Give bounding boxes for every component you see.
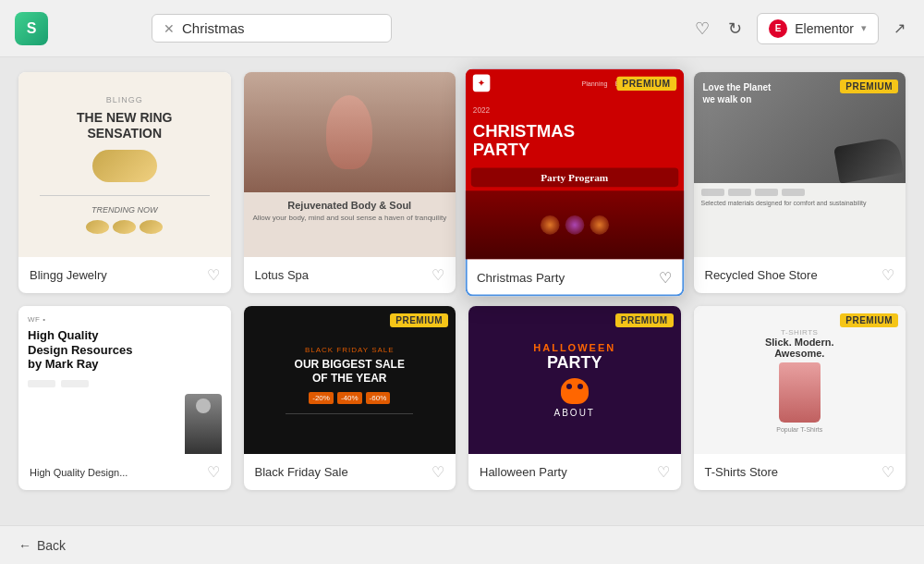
template-name: Christmas Party [477, 271, 565, 285]
premium-badge: PREMIUM [615, 313, 674, 327]
refresh-button[interactable]: ↻ [724, 15, 746, 43]
bf-sale-tags: -20% -40% -60% [309, 392, 390, 404]
favorite-template-button[interactable]: ♡ [432, 463, 444, 481]
favorite-template-button[interactable]: ♡ [881, 463, 894, 481]
favorite-template-button[interactable]: ♡ [657, 463, 670, 481]
template-card-christmas-party[interactable]: PREMIUM ✦ Planning Booking Marketing 202… [466, 68, 684, 296]
template-name: Recycled Shoe Store [705, 268, 818, 282]
elementor-label: Elementor [795, 21, 854, 36]
template-footer: Recycled Shoe Store ♡ [694, 257, 906, 293]
template-card-black-friday[interactable]: PREMIUM BLACK FRIDAY SALE OUR BIGGEST SA… [244, 306, 456, 490]
template-thumbnail: PREMIUM Halloween PARTY ABOUT [468, 306, 681, 454]
hw-pumpkin [561, 378, 589, 404]
template-name: Lotus Spa [255, 268, 310, 282]
template-footer: Black Friday Sale ♡ [244, 454, 456, 490]
search-bar: ✕ [152, 14, 392, 43]
brand-1 [701, 189, 724, 196]
jewelry-ring-image [92, 150, 157, 182]
template-thumbnail: PREMIUM T-SHIRTS Slick. Modern.Awesome. … [694, 306, 906, 454]
stat-1 [28, 380, 55, 387]
ring-3 [140, 220, 163, 234]
template-footer: Blingg Jewelry ♡ [18, 257, 231, 293]
heart-icon: ♡ [695, 18, 710, 39]
jewelry-preview: BLINGG THE NEW RINGSENSATION TRENDING NO… [18, 72, 231, 257]
back-button[interactable]: ← Back [18, 538, 66, 553]
template-footer: Christmas Party ♡ [466, 259, 684, 296]
refresh-icon: ↻ [728, 18, 742, 39]
shoe-brands [701, 189, 899, 196]
favorite-template-button[interactable]: ♡ [432, 266, 444, 284]
pumpkin-eye-2 [578, 384, 583, 389]
shoe-bottom: Selected materials designed for comfort … [694, 183, 906, 257]
favorite-template-button[interactable]: ♡ [207, 463, 220, 481]
crowd-lights [541, 215, 609, 235]
jewelry-divider [40, 195, 210, 196]
template-card-halloween[interactable]: PREMIUM Halloween PARTY ABOUT Halloween … [468, 306, 681, 490]
design-tag: wf • [28, 315, 222, 324]
ts-title: Slick. Modern.Awesome. [765, 337, 834, 359]
favorite-button[interactable]: ♡ [691, 15, 713, 43]
template-footer: Halloween Party ♡ [468, 454, 681, 490]
elementor-logo: E [769, 19, 787, 38]
spa-text: Rejuvenated Body & Soul Allow your body,… [244, 192, 456, 229]
design-person [185, 394, 222, 454]
template-thumbnail: Rejuvenated Body & Soul Allow your body,… [244, 72, 456, 257]
premium-badge: PREMIUM [616, 77, 676, 91]
brand-4 [782, 189, 805, 196]
back-label: Back [37, 538, 66, 553]
clear-search-button[interactable]: ✕ [164, 22, 175, 35]
elementor-dropdown[interactable]: E Elementor ▾ [757, 13, 879, 44]
ts-sub: Popular T-Shirts [776, 426, 822, 433]
christmas-logo: ✦ [473, 75, 491, 92]
ring-1 [86, 220, 109, 234]
favorite-template-button[interactable]: ♡ [659, 269, 672, 288]
spa-title: Rejuvenated Body & Soul [251, 200, 449, 211]
christmas-crowd [466, 190, 684, 260]
top-bar-actions: ♡ ↻ E Elementor ▾ ↗ [691, 13, 909, 44]
premium-badge: PREMIUM [840, 80, 898, 93]
christmas-preview: ✦ Planning Booking Marketing 2022 CHRIST… [466, 68, 684, 259]
halloween-preview: Halloween PARTY ABOUT [468, 306, 681, 454]
design-preview: wf • High QualityDesign Resourcesby Mark… [18, 306, 231, 454]
hw-about: ABOUT [554, 408, 595, 418]
hw-title: Halloween [533, 342, 615, 353]
chevron-down-icon: ▾ [861, 22, 867, 34]
brand-3 [755, 189, 778, 196]
template-thumbnail: wf • High QualityDesign Resourcesby Mark… [18, 306, 231, 454]
bf-title: OUR BIGGEST SALEOF THE YEAR [295, 358, 405, 385]
favorite-template-button[interactable]: ♡ [207, 266, 220, 284]
shoe-headline: Love the Planetwe walk on [703, 81, 772, 105]
spa-face [326, 95, 372, 169]
crowd-light-2 [565, 215, 584, 235]
shoe-preview: Love the Planetwe walk on Selected mater… [694, 72, 906, 257]
ring-2 [113, 220, 136, 234]
christmas-title: CHRISTMASPARTY [466, 118, 684, 164]
shoe-desc: Selected materials designed for comfort … [701, 199, 899, 207]
template-name: Blingg Jewelry [30, 268, 107, 282]
stat-2 [61, 380, 89, 387]
nav-planning: Planning [581, 80, 607, 86]
top-bar: S ✕ ♡ ↻ E Elementor ▾ ↗ [0, 0, 924, 57]
template-card-tshirts[interactable]: PREMIUM T-SHIRTS Slick. Modern.Awesome. … [694, 306, 906, 490]
app-logo: S [15, 12, 48, 45]
bf-divider [286, 413, 413, 414]
crowd-light-3 [590, 215, 609, 235]
template-thumbnail: BLINGG THE NEW RINGSENSATION TRENDING NO… [18, 72, 231, 257]
template-card-blingg-jewelry[interactable]: BLINGG THE NEW RINGSENSATION TRENDING NO… [18, 72, 231, 293]
template-card-recycled-shoe[interactable]: PREMIUM Love the Planetwe walk on S [694, 72, 906, 293]
template-card-lotus-spa[interactable]: Rejuvenated Body & Soul Allow your body,… [244, 72, 456, 293]
favorite-template-button[interactable]: ♡ [881, 266, 894, 284]
template-card-design-resources[interactable]: wf • High QualityDesign Resourcesby Mark… [18, 306, 231, 490]
search-input[interactable] [182, 20, 380, 36]
template-thumbnail: PREMIUM BLACK FRIDAY SALE OUR BIGGEST SA… [244, 306, 456, 454]
external-link-button[interactable]: ↗ [890, 16, 909, 41]
ts-person [779, 362, 821, 423]
back-arrow-icon: ← [18, 538, 31, 553]
jewelry-title: THE NEW RINGSENSATION [77, 110, 172, 141]
hw-party: PARTY [547, 353, 602, 373]
template-thumbnail: PREMIUM Love the Planetwe walk on S [694, 72, 906, 257]
template-footer: High Quality Design... ♡ [18, 454, 231, 490]
template-name: Black Friday Sale [255, 465, 348, 479]
sale-tag-2: -40% [337, 392, 362, 404]
spa-preview: Rejuvenated Body & Soul Allow your body,… [244, 72, 456, 257]
